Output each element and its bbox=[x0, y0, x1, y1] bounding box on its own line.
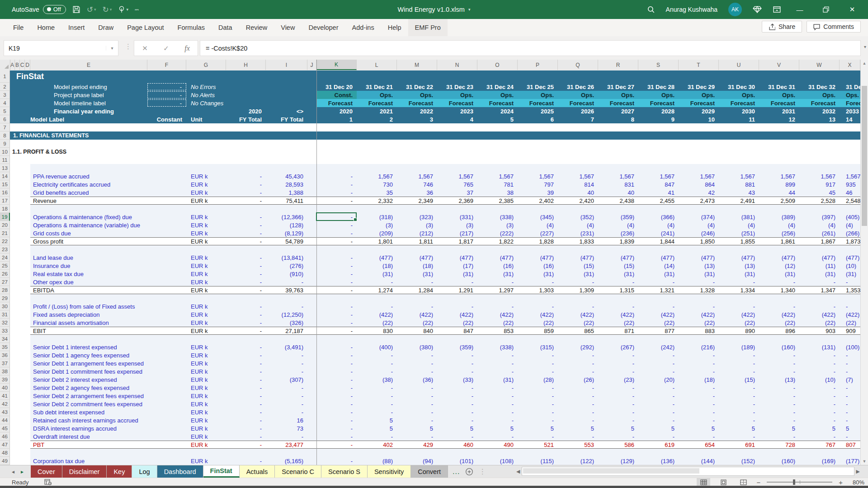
row-header-48[interactable]: 48 bbox=[0, 449, 10, 457]
row-header-44[interactable]: 44 bbox=[0, 416, 10, 424]
cell-M17[interactable]: 2,349 bbox=[397, 197, 437, 205]
cell-G22[interactable]: EUR k bbox=[186, 237, 226, 245]
cell-H24[interactable]: - bbox=[226, 253, 266, 262]
cell-O2[interactable]: 31 Dec 24 bbox=[477, 83, 518, 91]
cell-S2[interactable]: 31 Dec 28 bbox=[638, 83, 679, 91]
cell-U19[interactable]: (381) bbox=[719, 213, 759, 221]
cell-K39[interactable]: - bbox=[316, 375, 357, 384]
cell-V24[interactable]: (477) bbox=[759, 253, 799, 262]
cell-Q33[interactable]: 865 bbox=[558, 327, 598, 335]
cell-R44[interactable]: - bbox=[598, 416, 638, 424]
cell-R37[interactable]: - bbox=[598, 359, 638, 367]
cell-T21[interactable]: (246) bbox=[679, 229, 719, 237]
cell-K42[interactable]: - bbox=[316, 400, 357, 408]
select-all-corner[interactable] bbox=[0, 60, 10, 70]
cell-V2[interactable]: 31 Dec 31 bbox=[759, 83, 799, 91]
cell-L46[interactable]: - bbox=[357, 432, 397, 441]
ribbon-tab-emf-pro[interactable]: EMF Pro bbox=[408, 19, 448, 36]
scroll-down-icon[interactable]: ▼ bbox=[861, 458, 868, 465]
cell-S37[interactable]: - bbox=[638, 359, 679, 367]
cell-W14[interactable]: 1,567 bbox=[799, 172, 840, 180]
cell-S35[interactable]: (242) bbox=[638, 343, 679, 351]
cell-V20[interactable]: (4) bbox=[759, 221, 799, 229]
cell-W26[interactable]: (31) bbox=[799, 270, 840, 278]
cell-V4[interactable]: Forecast bbox=[759, 99, 799, 107]
row-label[interactable]: Real estate tax due bbox=[30, 270, 184, 278]
cell-T36[interactable]: - bbox=[679, 351, 719, 359]
cell-V35[interactable]: (160) bbox=[759, 343, 799, 351]
cell-O36[interactable]: - bbox=[477, 351, 518, 359]
cell-T2[interactable]: 31 Dec 29 bbox=[679, 83, 719, 91]
col-header-R[interactable]: R bbox=[598, 60, 638, 70]
cell-W21[interactable]: (261) bbox=[799, 229, 840, 237]
cell-U37[interactable]: - bbox=[719, 359, 759, 367]
cell-V36[interactable]: - bbox=[759, 351, 799, 359]
cell-V42[interactable]: - bbox=[759, 400, 799, 408]
cell-P47[interactable]: 521 bbox=[518, 441, 558, 449]
cell-L16[interactable]: 35 bbox=[357, 188, 397, 197]
cell-M6[interactable]: 3 bbox=[397, 115, 437, 123]
cell-M22[interactable]: 1,811 bbox=[397, 237, 437, 245]
cell-M42[interactable]: - bbox=[397, 400, 437, 408]
cell-Q6[interactable]: 7 bbox=[558, 115, 598, 123]
header-label[interactable]: Model period ending bbox=[30, 83, 147, 91]
cell-G44[interactable]: EUR k bbox=[186, 416, 226, 424]
cell-U15[interactable]: 881 bbox=[719, 180, 759, 188]
cell-H21[interactable]: - bbox=[226, 229, 266, 237]
cell-X32[interactable]: (22) bbox=[840, 319, 860, 327]
cell-S19[interactable]: (366) bbox=[638, 213, 679, 221]
cell-V41[interactable]: - bbox=[759, 392, 799, 400]
cell-G39[interactable]: EUR k bbox=[186, 375, 226, 384]
cell-R32[interactable]: (22) bbox=[598, 319, 638, 327]
cell-S17[interactable]: 2,455 bbox=[638, 197, 679, 205]
cell-K3[interactable]: Const. bbox=[316, 91, 357, 99]
cell-L42[interactable]: - bbox=[357, 400, 397, 408]
cell-N16[interactable]: 37 bbox=[437, 188, 477, 197]
cell-K49[interactable]: - bbox=[316, 457, 357, 465]
cell-I39[interactable]: (307) bbox=[266, 375, 307, 384]
cell-W16[interactable]: 45 bbox=[799, 188, 840, 197]
row-header-35[interactable]: 35 bbox=[0, 343, 10, 351]
cell-R5[interactable]: 2027 bbox=[598, 107, 638, 115]
cell-L49[interactable]: (88) bbox=[357, 457, 397, 465]
row-header-30[interactable]: 30 bbox=[0, 302, 10, 310]
cell-P37[interactable]: - bbox=[518, 359, 558, 367]
cell-G26[interactable]: EUR k bbox=[186, 270, 226, 278]
sheet-tab-convert[interactable]: Convert bbox=[411, 465, 448, 478]
col-header-M[interactable]: M bbox=[397, 60, 437, 70]
cell-I27[interactable]: - bbox=[266, 278, 307, 286]
cell-M32[interactable]: (22) bbox=[397, 319, 437, 327]
normal-view-icon[interactable] bbox=[697, 478, 710, 486]
row-header-42[interactable]: 42 bbox=[0, 400, 10, 408]
cell-K47[interactable]: - bbox=[316, 441, 357, 449]
row-header-29[interactable]: 29 bbox=[0, 294, 10, 302]
cell-Q14[interactable]: 1,567 bbox=[558, 172, 598, 180]
col-header-E[interactable]: E bbox=[30, 60, 147, 70]
cell-S21[interactable]: (241) bbox=[638, 229, 679, 237]
row-header-1[interactable]: 1 bbox=[0, 70, 10, 83]
cell-U20[interactable]: (4) bbox=[719, 221, 759, 229]
cell-S26[interactable]: (31) bbox=[638, 270, 679, 278]
cell-I14[interactable]: 45,430 bbox=[266, 172, 307, 180]
cell-Q20[interactable]: (4) bbox=[558, 221, 598, 229]
cell-V44[interactable]: - bbox=[759, 416, 799, 424]
cell-I25[interactable]: (276) bbox=[266, 262, 307, 270]
cell-K24[interactable]: - bbox=[316, 253, 357, 262]
cell-N24[interactable]: (477) bbox=[437, 253, 477, 262]
search-icon[interactable] bbox=[647, 5, 655, 14]
cell-X31[interactable]: (422) bbox=[840, 310, 860, 319]
ribbon-tab-formulas[interactable]: Formulas bbox=[171, 19, 212, 36]
row-label[interactable]: Senior Debt 1 arrangement fees expensed bbox=[30, 359, 184, 367]
cell-G16[interactable]: EUR k bbox=[186, 188, 226, 197]
cell-H36[interactable]: - bbox=[226, 351, 266, 359]
row-header-27[interactable]: 27 bbox=[0, 278, 10, 286]
cell-I15[interactable]: 28,593 bbox=[266, 180, 307, 188]
cell-X49[interactable]: (177) bbox=[840, 457, 860, 465]
cell-N46[interactable]: - bbox=[437, 432, 477, 441]
cell-S30[interactable]: - bbox=[638, 302, 679, 310]
header-input-4[interactable]: - bbox=[147, 99, 186, 107]
row-header-22[interactable]: 22 bbox=[0, 237, 10, 245]
cell-L45[interactable]: 5 bbox=[357, 424, 397, 432]
cell-X44[interactable]: - bbox=[840, 416, 860, 424]
cell-S46[interactable]: - bbox=[638, 432, 679, 441]
